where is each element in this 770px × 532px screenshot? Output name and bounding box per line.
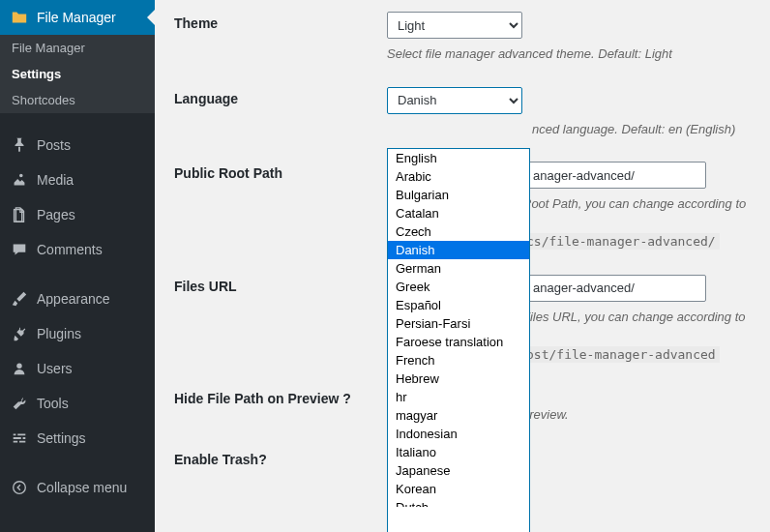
collapse-menu[interactable]: Collapse menu xyxy=(0,470,155,505)
sidebar-item-users[interactable]: Users xyxy=(0,351,155,386)
svg-point-1 xyxy=(16,364,21,369)
theme-select[interactable]: Light xyxy=(387,12,522,39)
sidebar-item-file-manager[interactable]: File Manager xyxy=(0,0,155,35)
dropdown-option[interactable]: French xyxy=(388,351,529,369)
dropdown-option[interactable]: Italiano xyxy=(388,443,529,461)
sidebar-item-tools[interactable]: Tools xyxy=(0,386,155,421)
plug-icon xyxy=(10,324,29,343)
sliders-icon xyxy=(10,429,29,448)
hide-path-label: Hide File Path on Preview ? xyxy=(174,387,387,425)
dropdown-option[interactable]: hr xyxy=(388,388,529,406)
pin-icon xyxy=(10,135,29,155)
dropdown-option[interactable]: Arabic xyxy=(388,167,529,186)
dropdown-option[interactable]: Español xyxy=(388,296,529,314)
dropdown-list: EnglishArabicBulgarianCatalanCzechDanish… xyxy=(388,149,529,507)
sidebar-label: Tools xyxy=(37,396,69,411)
dropdown-option[interactable]: Catalan xyxy=(388,204,529,222)
theme-desc: Select file manager advanced theme. Defa… xyxy=(387,44,751,64)
sidebar-item-posts[interactable]: Posts xyxy=(0,128,155,163)
dropdown-option[interactable]: Korean xyxy=(388,480,529,498)
brush-icon xyxy=(10,289,29,309)
sidebar-label: Comments xyxy=(37,242,103,257)
theme-label: Theme xyxy=(174,12,387,64)
files-url-label: Files URL xyxy=(174,275,387,365)
row-theme: Theme Light Select file manager advanced… xyxy=(174,0,751,75)
sidebar-sub-settings[interactable]: Settings xyxy=(0,61,155,87)
sidebar-label: Posts xyxy=(37,137,71,153)
dropdown-option[interactable]: Hebrew xyxy=(388,369,529,388)
sidebar-sub-shortcodes[interactable]: Shortcodes xyxy=(0,87,155,113)
dropdown-option[interactable]: Indonesian xyxy=(388,425,529,443)
sidebar-item-comments[interactable]: Comments xyxy=(0,232,155,267)
sidebar-item-appearance[interactable]: Appearance xyxy=(0,281,155,316)
wrench-icon xyxy=(10,394,29,413)
sidebar-label: Pages xyxy=(37,207,75,222)
admin-sidebar: File Manager File ManagerSettingsShortco… xyxy=(0,0,155,532)
language-select[interactable]: Danish xyxy=(387,87,522,114)
dropdown-option[interactable]: Danish xyxy=(388,241,529,259)
dropdown-option[interactable]: German xyxy=(388,259,529,278)
collapse-icon xyxy=(10,478,29,497)
sidebar-label: Settings xyxy=(37,430,86,446)
language-dropdown-open: EnglishArabicBulgarianCatalanCzechDanish… xyxy=(387,148,530,532)
user-icon xyxy=(10,359,29,378)
root-path-label: Public Root Path xyxy=(174,162,387,251)
media-icon xyxy=(10,170,29,190)
folder-icon xyxy=(10,8,29,27)
sidebar-item-pages[interactable]: Pages xyxy=(0,197,155,232)
trash-label: Enable Trash? xyxy=(174,448,387,467)
dropdown-option[interactable]: Faroese translation xyxy=(388,333,529,351)
dropdown-option[interactable]: magyar xyxy=(388,406,529,425)
sidebar-label: Appearance xyxy=(37,291,110,307)
page-icon xyxy=(10,205,29,224)
sidebar-item-plugins[interactable]: Plugins xyxy=(0,316,155,351)
svg-point-2 xyxy=(14,482,26,494)
dropdown-option[interactable]: English xyxy=(388,149,529,167)
language-label: Language xyxy=(174,87,387,139)
sidebar-label: Users xyxy=(37,361,73,376)
row-language: Language Danish nced language. Default: … xyxy=(174,75,751,151)
dropdown-option[interactable]: Dutch xyxy=(388,498,529,507)
dropdown-option[interactable]: Persian-Farsi xyxy=(388,314,529,333)
dropdown-option[interactable]: Japanese xyxy=(388,461,529,480)
dropdown-option[interactable]: Czech xyxy=(388,222,529,241)
language-desc: nced language. Default: en (English) xyxy=(387,120,751,139)
comment-icon xyxy=(10,240,29,259)
sidebar-label: File Manager xyxy=(37,10,116,25)
collapse-label: Collapse menu xyxy=(37,480,127,495)
dropdown-option[interactable]: Bulgarian xyxy=(388,186,529,204)
dropdown-option[interactable]: Greek xyxy=(388,278,529,296)
sidebar-label: Media xyxy=(37,172,74,188)
sidebar-label: Plugins xyxy=(37,326,81,341)
sidebar-sub-file-manager[interactable]: File Manager xyxy=(0,35,155,61)
sidebar-item-media[interactable]: Media xyxy=(0,163,155,197)
sidebar-item-settings[interactable]: Settings xyxy=(0,421,155,456)
